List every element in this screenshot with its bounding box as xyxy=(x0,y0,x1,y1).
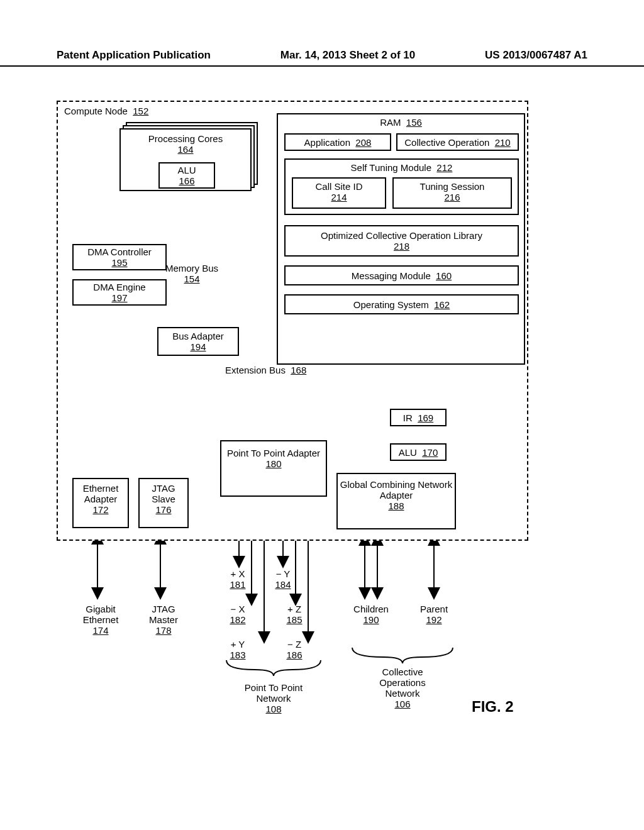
p2p-network-label: Point To Point Network 108 xyxy=(233,682,314,714)
bus-adapter-num: 194 xyxy=(190,341,206,352)
dma-controller-num: 195 xyxy=(111,257,127,268)
memory-bus-label: Memory Bus 154 xyxy=(154,263,230,284)
operating-system-box: Operating System 162 xyxy=(284,294,519,314)
compute-node-title: Compute Node xyxy=(64,106,128,116)
bus-adapter-box: Bus Adapter 194 xyxy=(157,327,239,356)
ethernet-adapter-box: Ethernet Adapter 172 xyxy=(72,478,129,528)
dma-engine-title: DMA Engine xyxy=(93,282,145,292)
children-label: Children190 xyxy=(346,604,396,625)
application-box: Application 208 xyxy=(284,133,391,151)
self-tuning-box: Self Tuning Module 212 Call Site ID 214 … xyxy=(284,158,519,215)
extension-bus-label: Extension Bus 168 xyxy=(225,365,351,375)
page-header: Patent Application Publication Mar. 14, … xyxy=(0,49,644,67)
alu2-box: ALU 170 xyxy=(390,443,447,461)
dma-controller-title: DMA Controller xyxy=(87,246,152,257)
messaging-module-box: Messaging Module 160 xyxy=(284,265,519,285)
dma-engine-box: DMA Engine 197 xyxy=(72,279,167,306)
ram-num: 156 xyxy=(406,117,422,128)
plus-x-label: + X181 xyxy=(225,568,250,590)
alu-title: ALU xyxy=(177,165,196,175)
alu-box: ALU 166 xyxy=(158,162,215,189)
dma-engine-num: 197 xyxy=(111,292,127,303)
minus-z-label: − Z186 xyxy=(282,639,307,660)
gcn-adapter-box: Global Combining Network Adapter 188 xyxy=(336,473,456,529)
figure-caption: FIG. 2 xyxy=(472,698,514,716)
header-center: Mar. 14, 2013 Sheet 2 of 10 xyxy=(280,49,416,62)
processing-cores-num: 164 xyxy=(177,144,193,155)
ram-title: RAM xyxy=(380,117,401,128)
ram-box: RAM 156 Application 208 Collective Opera… xyxy=(277,113,525,365)
dma-controller-box: DMA Controller 195 xyxy=(72,244,167,270)
header-right: US 2013/0067487 A1 xyxy=(485,49,587,62)
compute-node-num: 152 xyxy=(133,106,148,116)
plus-z-label: + Z185 xyxy=(282,604,307,625)
alu-num: 166 xyxy=(179,175,194,186)
tuning-session-box: Tuning Session 216 xyxy=(392,177,512,209)
ir-box: IR 169 xyxy=(390,409,447,426)
jtag-master-label: JTAG Master 178 xyxy=(138,604,189,636)
collective-op-box: Collective Operation 210 xyxy=(396,133,519,151)
minus-y-label: − Y184 xyxy=(270,568,296,590)
processing-cores-title: Processing Cores xyxy=(148,133,223,144)
call-site-box: Call Site ID 214 xyxy=(292,177,386,209)
minus-x-label: − X182 xyxy=(225,604,250,625)
opt-lib-box: Optimized Collective Operation Library 2… xyxy=(284,225,519,257)
header-left: Patent Application Publication xyxy=(57,49,211,62)
plus-y-label: + Y183 xyxy=(225,639,250,660)
figure: Compute Node 152 Processing Cores 164 AL… xyxy=(57,101,541,729)
gigabit-ethernet-label: Gigabit Ethernet 174 xyxy=(69,604,132,636)
jtag-slave-box: JTAG Slave 176 xyxy=(138,478,189,528)
collective-network-label: Collective Operations Network 106 xyxy=(365,667,440,709)
parent-label: Parent192 xyxy=(412,604,456,625)
p2p-adapter-box: Point To Point Adapter 180 xyxy=(220,440,327,497)
processing-cores-box: Processing Cores 164 ALU 166 xyxy=(119,128,252,191)
bus-adapter-title: Bus Adapter xyxy=(172,331,224,341)
page: Patent Application Publication Mar. 14, … xyxy=(0,0,644,830)
